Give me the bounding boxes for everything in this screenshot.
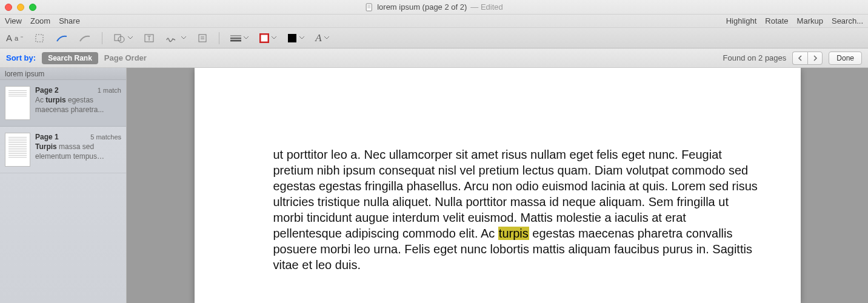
sidebar-heading: lorem ipsum xyxy=(0,68,126,80)
result-page-label: Page 1 xyxy=(35,133,59,141)
menu-highlight[interactable]: Highlight xyxy=(726,16,757,25)
sketch-tool[interactable] xyxy=(56,33,68,44)
window-edited-status: — Edited xyxy=(470,2,502,12)
toolbar-divider xyxy=(219,32,219,44)
search-results-bar: Sort by: Search Rank Page Order Found on… xyxy=(0,48,868,68)
svg-text:T: T xyxy=(147,35,151,42)
result-snippet: Turpis massa sed elementum tempus egesta… xyxy=(35,142,121,161)
prev-result-button[interactable] xyxy=(792,52,807,65)
document-viewport[interactable]: ut porttitor leo a. Nec ullamcorper sit … xyxy=(127,68,868,303)
document-icon xyxy=(365,3,373,12)
done-label: Done xyxy=(836,54,854,62)
note-tool[interactable] xyxy=(197,33,208,44)
toolbar-divider xyxy=(102,32,102,44)
sort-search-rank[interactable]: Search Rank xyxy=(42,52,98,64)
menu-zoom[interactable]: Zoom xyxy=(30,16,50,25)
window-title-text: lorem ipsum (page 2 of 2) xyxy=(377,2,467,12)
font-tool[interactable]: A xyxy=(315,32,329,44)
search-result-item[interactable]: Page 1 5 matches Turpis massa sed elemen… xyxy=(0,127,126,173)
svg-rect-2 xyxy=(36,35,43,42)
draw-tool[interactable] xyxy=(79,33,91,44)
border-style-tool[interactable] xyxy=(230,35,249,42)
content-area: lorem ipsum Page 2 1 match Ac turpis ege… xyxy=(0,68,868,303)
menu-markup[interactable]: Markup xyxy=(797,16,823,25)
menu-search[interactable]: Search... xyxy=(832,16,863,25)
svg-rect-3 xyxy=(115,35,121,41)
result-page-label: Page 2 xyxy=(35,86,59,95)
sort-page-order[interactable]: Page Order xyxy=(104,53,147,62)
border-color-tool[interactable] xyxy=(259,33,276,43)
result-nav xyxy=(792,52,823,65)
sort-by-label: Sort by: xyxy=(6,53,36,62)
titlebar: lorem ipsum (page 2 of 2) — Edited xyxy=(0,0,868,15)
done-button[interactable]: Done xyxy=(829,52,862,65)
svg-rect-0 xyxy=(366,4,372,11)
document-body-text: ut porttitor leo a. Nec ullamcorper sit … xyxy=(273,147,758,273)
page-thumbnail-icon xyxy=(5,86,30,120)
svg-rect-13 xyxy=(260,34,269,42)
next-result-button[interactable] xyxy=(807,52,823,65)
menu-share[interactable]: Share xyxy=(59,16,80,25)
svg-rect-14 xyxy=(288,34,296,42)
search-highlight: turpis xyxy=(498,227,529,240)
result-match-count: 1 match xyxy=(98,87,121,94)
window-minimize-button[interactable] xyxy=(17,4,24,11)
page-thumbnail-icon xyxy=(5,133,30,167)
search-sidebar: lorem ipsum Page 2 1 match Ac turpis ege… xyxy=(0,68,127,303)
window-zoom-button[interactable] xyxy=(29,4,36,11)
result-match-count: 5 matches xyxy=(90,133,121,141)
selection-tool[interactable] xyxy=(34,33,45,44)
text-style-tool[interactable]: Aa xyxy=(6,33,23,43)
text-tool[interactable]: T xyxy=(144,33,155,44)
result-snippet: Ac turpis egestas maecenas pharetra... xyxy=(35,96,121,115)
window-close-button[interactable] xyxy=(5,4,12,11)
menu-view[interactable]: View xyxy=(5,16,22,25)
fill-color-tool[interactable] xyxy=(287,33,304,43)
svg-point-4 xyxy=(118,36,124,42)
shapes-tool[interactable] xyxy=(113,33,133,44)
document-page: ut porttitor leo a. Nec ullamcorper sit … xyxy=(195,68,801,303)
sign-tool[interactable] xyxy=(165,33,186,44)
svg-rect-7 xyxy=(199,35,206,42)
traffic-lights xyxy=(5,4,36,11)
found-count: Found on 2 pages xyxy=(723,53,787,62)
window-title: lorem ipsum (page 2 of 2) — Edited xyxy=(365,2,503,12)
search-result-item[interactable]: Page 2 1 match Ac turpis egestas maecena… xyxy=(0,80,126,127)
menu-rotate[interactable]: Rotate xyxy=(765,16,788,25)
view-menubar: View Zoom Share Highlight Rotate Markup … xyxy=(0,15,868,28)
markup-toolbar: Aa T A xyxy=(0,28,868,48)
